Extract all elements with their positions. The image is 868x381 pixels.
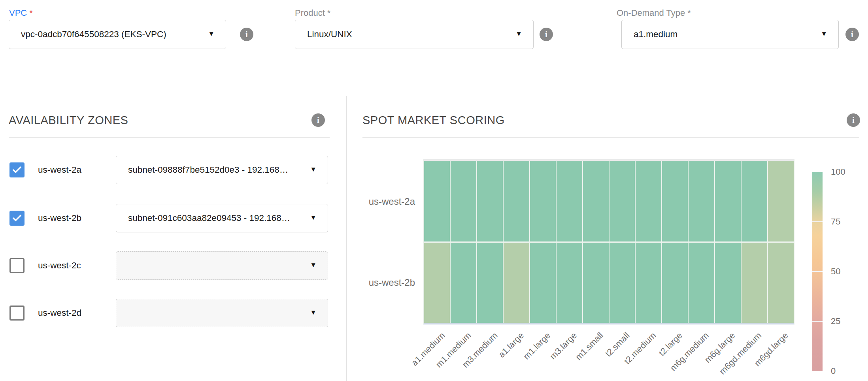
heatmap-cell-us-west-2a-m6g.medium [689, 161, 714, 241]
vpc-select-value: vpc-0adcb70f645508223 (EKS-VPC) [9, 29, 226, 40]
heatmap-cell-us-west-2b-m1.large [530, 243, 556, 323]
heatmap-cell-us-west-2b-t2.medium [636, 243, 661, 323]
heatmap-cell-us-west-2b-m6g.medium [689, 243, 714, 323]
heatmap-cell-us-west-2b-m3.large [557, 243, 582, 323]
subnet-select-us-west-2d[interactable]: ▼ [116, 299, 328, 327]
section-vertical-divider [346, 96, 347, 381]
heatmap-cell-us-west-2a-t2.small [609, 161, 635, 241]
heatmap-cell-us-west-2b-m6gd.medium [742, 243, 767, 323]
colorbar-tick-0: 0 [831, 366, 836, 376]
heatmap-cell-us-west-2a-m1.large [530, 161, 556, 241]
heatmap-cell-us-west-2a-a1.medium [424, 161, 450, 241]
az-zone-label: us-west-2a [38, 165, 81, 175]
colorbar-tick-line [812, 221, 823, 222]
spot-market-scoring-divider [362, 137, 859, 138]
vpc-select[interactable]: vpc-0adcb70f645508223 (EKS-VPC) ▼ [9, 20, 226, 49]
product-label: Product* [295, 8, 330, 18]
availability-zones-title: AVAILABILITY ZONES [9, 114, 128, 127]
heatmap-cell-us-west-2b-m6g.large [715, 243, 741, 323]
availability-zones-divider [9, 137, 330, 138]
product-select-value: Linux/UNIX [295, 29, 533, 40]
az-zone-label: us-west-2b [38, 213, 81, 223]
availability-zones-info-icon[interactable]: i [311, 113, 325, 127]
colorbar-tick-line [812, 321, 823, 322]
subnet-select-us-west-2a[interactable]: subnet-09888f7be5152d0e3 - 192.168… ▼ [116, 156, 328, 184]
heatmap-cell-us-west-2a-t2.large [662, 161, 688, 241]
on-demand-type-required-asterisk: * [687, 8, 691, 18]
checkmark-icon [11, 164, 23, 175]
heatmap-x-label-a1.large: a1.large [497, 330, 526, 360]
heatmap-x-label-m1.large: m1.large [521, 330, 553, 362]
heatmap-x-label-m3.large: m3.large [548, 330, 579, 362]
on-demand-type-info-icon[interactable]: i [845, 28, 859, 41]
az-row-us-west-2a: us-west-2a subnet-09888f7be5152d0e3 - 19… [0, 156, 340, 184]
heatmap-cell-us-west-2a-t2.medium [636, 161, 661, 241]
heatmap-cell-us-west-2a-m6g.large [715, 161, 741, 241]
heatmap-cell-us-west-2a-m3.medium [477, 161, 503, 241]
spot-market-scoring-info-icon[interactable]: i [847, 113, 860, 127]
az-row-us-west-2d: us-west-2d ▼ [0, 299, 340, 327]
spot-market-scoring-title: SPOT MARKET SCORING [362, 114, 505, 127]
vpc-required-asterisk: * [29, 8, 33, 18]
heatmap-cell-us-west-2a-m3.large [557, 161, 582, 241]
on-demand-type-label-text: On-Demand Type [617, 8, 685, 18]
on-demand-type-select[interactable]: a1.medium ▼ [621, 20, 839, 49]
az-zone-label: us-west-2d [38, 308, 81, 318]
heatmap-y-label-us-west-2a: us-west-2a [369, 196, 415, 207]
subnet-select-value: subnet-091c603aa82e09453 - 192.168… [116, 213, 328, 223]
chevron-down-icon: ▼ [310, 309, 317, 317]
subnet-select-value: subnet-09888f7be5152d0e3 - 192.168… [116, 165, 328, 175]
az-row-us-west-2c: us-west-2c ▼ [0, 251, 340, 280]
vpc-label-text: VPC [9, 8, 27, 18]
az-checkbox-us-west-2b[interactable] [9, 211, 25, 226]
colorbar-tick-25: 25 [831, 316, 840, 326]
colorbar [812, 172, 823, 371]
heatmap-x-label-m1.small: m1.small [574, 330, 606, 362]
on-demand-type-select-value: a1.medium [622, 29, 838, 40]
colorbar-tick-75: 75 [831, 217, 840, 227]
heatmap-cell-us-west-2a-m1.small [583, 161, 609, 241]
heatmap-grid [423, 159, 794, 324]
heatmap-y-label-us-west-2b: us-west-2b [369, 277, 415, 288]
az-checkbox-us-west-2a[interactable] [9, 162, 25, 177]
colorbar-tick-line [812, 271, 823, 272]
on-demand-type-label: On-Demand Type* [617, 8, 691, 18]
heatmap-cell-us-west-2b-m6gd.large [768, 243, 794, 323]
heatmap-cell-us-west-2b-m1.small [583, 243, 609, 323]
az-checkbox-us-west-2d[interactable] [9, 306, 25, 321]
heatmap-cell-us-west-2b-m3.medium [477, 243, 503, 323]
vpc-label: VPC* [9, 8, 33, 18]
checkmark-icon [11, 213, 23, 224]
subnet-select-us-west-2c[interactable]: ▼ [116, 251, 328, 280]
az-zone-label: us-west-2c [38, 260, 81, 271]
heatmap-cell-us-west-2b-t2.large [662, 243, 688, 323]
product-required-asterisk: * [327, 8, 331, 18]
vpc-info-icon[interactable]: i [240, 28, 253, 41]
subnet-select-us-west-2b[interactable]: subnet-091c603aa82e09453 - 192.168… ▼ [116, 204, 328, 232]
heatmap-cell-us-west-2a-a1.large [504, 161, 529, 241]
product-select[interactable]: Linux/UNIX ▼ [295, 20, 534, 49]
product-info-icon[interactable]: i [540, 28, 553, 41]
heatmap-cell-us-west-2b-a1.medium [424, 243, 450, 323]
az-checkbox-us-west-2c[interactable] [9, 258, 25, 273]
chevron-down-icon: ▼ [310, 261, 317, 269]
heatmap-cell-us-west-2b-m1.medium [451, 243, 476, 323]
colorbar-tick-100: 100 [831, 167, 845, 177]
spot-market-config-page: VPC* vpc-0adcb70f645508223 (EKS-VPC) ▼ i… [0, 0, 868, 381]
az-row-us-west-2b: us-west-2b subnet-091c603aa82e09453 - 19… [0, 204, 340, 232]
heatmap-cell-us-west-2a-m6gd.medium [742, 161, 767, 241]
colorbar-tick-50: 50 [831, 266, 840, 277]
heatmap-cell-us-west-2a-m6gd.large [768, 161, 794, 241]
product-label-text: Product [295, 8, 325, 18]
heatmap-cell-us-west-2b-t2.small [609, 243, 635, 323]
heatmap-cell-us-west-2b-a1.large [504, 243, 529, 323]
heatmap-cell-us-west-2a-m1.medium [451, 161, 476, 241]
